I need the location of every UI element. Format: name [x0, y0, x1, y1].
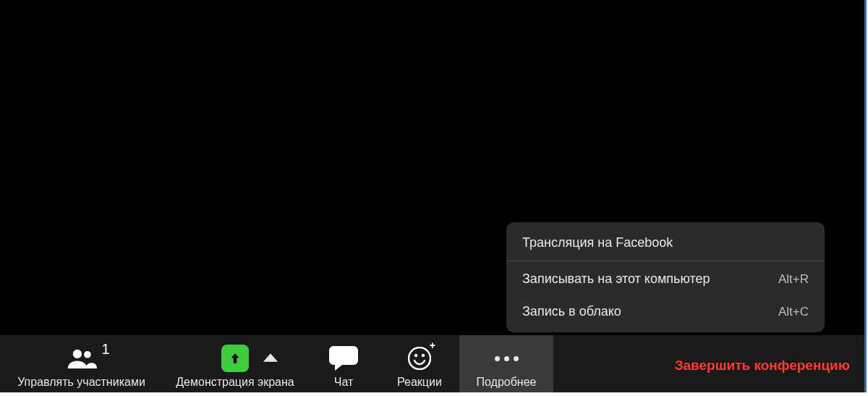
menu-item-label: Трансляция на Facebook [522, 235, 673, 250]
window-border-bottom [0, 392, 868, 396]
menu-item-facebook-stream[interactable]: Трансляция на Facebook [506, 227, 825, 259]
app-window: Трансляция на Facebook Записывать на это… [0, 0, 868, 396]
menu-item-record-cloud[interactable]: Запись в облако Alt+C [506, 295, 825, 328]
menu-item-shortcut: Alt+C [778, 305, 809, 319]
more-options-button[interactable]: Подробнее [459, 335, 553, 396]
participants-icon: 1 [67, 345, 97, 371]
menu-separator [506, 261, 825, 261]
chat-icon [329, 345, 358, 371]
chevron-up-icon[interactable] [263, 353, 278, 366]
svg-point-1 [84, 351, 91, 358]
menu-item-record-local[interactable]: Записывать на этот компьютер Alt+R [506, 263, 825, 295]
menu-item-label: Записывать на этот компьютер [522, 271, 710, 287]
reactions-icon: + [408, 345, 431, 371]
toolbar-label: Управлять участниками [17, 376, 145, 389]
end-meeting-button[interactable]: Завершить конференцию [675, 335, 864, 396]
share-screen-icon [221, 345, 249, 372]
manage-participants-button[interactable]: 1 Управлять участниками [0, 335, 163, 396]
toolbar-label: Чат [334, 376, 354, 389]
meeting-toolbar: 1 Управлять участниками Демонстрация экр… [0, 335, 864, 396]
reactions-button[interactable]: + Реакции [380, 335, 459, 396]
svg-point-3 [414, 354, 418, 358]
more-options-menu: Трансляция на Facebook Записывать на это… [506, 222, 825, 332]
end-meeting-label: Завершить конференцию [675, 358, 850, 374]
menu-item-shortcut: Alt+R [778, 272, 809, 287]
toolbar-label: Подробнее [477, 376, 537, 389]
toolbar-label: Реакции [397, 376, 442, 389]
svg-point-4 [422, 354, 425, 358]
menu-item-label: Запись в облако [522, 304, 621, 319]
participants-count: 1 [101, 341, 109, 358]
svg-point-2 [409, 347, 430, 369]
share-screen-button[interactable]: Демонстрация экрана [163, 335, 307, 396]
svg-point-0 [72, 350, 81, 358]
more-icon [495, 345, 519, 371]
chat-button[interactable]: Чат [307, 335, 380, 396]
plus-icon: + [430, 340, 435, 351]
toolbar-label: Демонстрация экрана [176, 376, 294, 389]
